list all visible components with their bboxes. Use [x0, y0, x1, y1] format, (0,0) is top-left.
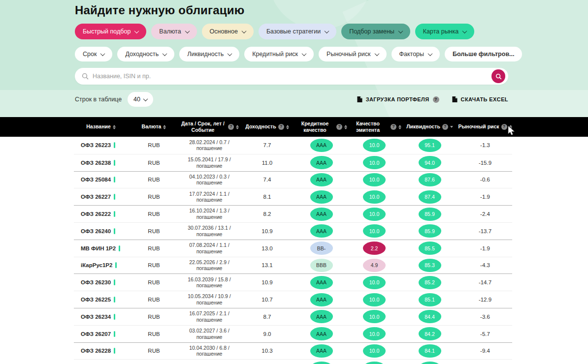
help-icon[interactable]: ? [442, 124, 448, 130]
table-row[interactable]: ОФЗ 26240RUB30.07.2036 / 13.1 /погашение… [74, 222, 512, 240]
event-line: погашение [196, 351, 223, 357]
search-submit-button[interactable] [491, 69, 505, 83]
bond-name: ОФЗ 26223 [81, 142, 111, 148]
bond-name-cell[interactable]: ОФЗ 26228 [74, 348, 128, 354]
rating-pill: AAA [310, 293, 333, 306]
bond-name-cell[interactable]: iКарРус1Р2 [74, 262, 128, 268]
table-row-partial[interactable]: 17.09.2031 / 8.2 / [74, 359, 512, 364]
bond-name-cell[interactable]: ОФЗ 26230 [74, 279, 128, 285]
help-icon[interactable]: ? [391, 124, 396, 130]
filter-срок[interactable]: Срок [75, 47, 112, 61]
bond-name: ОФЗ 26240 [81, 228, 111, 234]
date-term-line: 17.07.2024 / 1.1 / [189, 191, 229, 197]
rating-pill: 10.0 [363, 344, 386, 358]
table-row[interactable]: ОФЗ 26207RUB03.02.2027 / 3.6 /погашение9… [74, 325, 512, 342]
market-risk-cell: -9.4 [458, 348, 512, 354]
currency-cell: RUB [128, 314, 180, 320]
event-line: погашение [196, 248, 223, 255]
column-header-дата-срок-лет-событие[interactable]: Дата / Срок, лет / Событие? [180, 121, 239, 133]
help-icon[interactable]: ? [501, 124, 507, 130]
column-header-название[interactable]: Название [74, 123, 128, 130]
rows-per-page-select[interactable]: 40 [128, 92, 153, 107]
chevron-down-icon [428, 51, 433, 56]
rating-pill: 4.9 [363, 259, 386, 272]
help-icon[interactable]: ? [433, 96, 439, 103]
bond-name-cell[interactable]: ОФЗ 26240 [74, 228, 128, 234]
upload-portfolio-button[interactable]: ЗАГРУЗКА ПОРТФЕЛЯ ? [357, 96, 439, 103]
date-term-event-cell: 16.03.2039 / 15.8 /погашение [180, 276, 239, 289]
filter-базовые-стратегии[interactable]: Базовые стратегии [259, 24, 336, 39]
column-header-кредитное-качество[interactable]: Кредитное качество? [295, 121, 347, 133]
bond-name-cell[interactable]: ОФЗ 26223 [74, 142, 128, 148]
filter-кредитный-риск[interactable]: Кредитный риск [244, 47, 314, 61]
bond-name-cell[interactable]: ОФЗ 26238 [74, 160, 128, 166]
column-header-label: Ликвидность [406, 123, 440, 130]
rating-pill: 84.2 [419, 327, 441, 340]
filter-валюта[interactable]: Валюта [151, 24, 196, 39]
rating-pill: 10.0 [363, 208, 386, 221]
sort-icon[interactable] [163, 125, 166, 129]
download-excel-button[interactable]: СКАЧАТЬ EXCEL [452, 96, 508, 103]
column-header-ликвидность[interactable]: Ликвидность? [401, 123, 458, 130]
table-controls: Строк в таблице 40 ЗАГРУЗКА ПОРТФЕЛЯ ? С… [75, 92, 508, 107]
column-header-качество-эмитента[interactable]: Качество эмитента? [347, 121, 401, 133]
column-header-label: Доходность [245, 123, 276, 130]
bond-name: iКарРус1Р2 [81, 262, 112, 268]
filter-факторы[interactable]: Факторы [392, 47, 440, 61]
bond-name-cell[interactable]: ОФЗ 26227 [74, 194, 128, 200]
sort-icon[interactable] [286, 125, 289, 129]
bond-name-cell[interactable]: МВ ФИН 1Р2 [74, 245, 128, 251]
filter-рыночный-риск[interactable]: Рыночный риск [319, 47, 386, 61]
search-input[interactable] [93, 73, 491, 80]
column-header-рыночный-риск[interactable]: Рыночный риск? [458, 123, 512, 130]
market-risk-cell: -2.4 [458, 211, 512, 217]
liquidity-cell: 85.9 [401, 208, 458, 221]
filter-доходность[interactable]: Доходность [117, 47, 174, 61]
filter-карта-рынка[interactable]: Карта рынка [415, 24, 474, 39]
filter-label: Доходность [125, 51, 159, 58]
sort-icon[interactable] [113, 125, 116, 129]
bond-name-cell[interactable]: ОФЗ 26234 [74, 314, 128, 320]
sort-desc-icon [450, 126, 453, 128]
table-row[interactable]: ОФЗ 26238RUB15.05.2041 / 17.9 /погашение… [74, 154, 512, 171]
rating-pill: AAA [310, 173, 333, 186]
filter-label: Базовые стратегии [266, 28, 321, 35]
filter-основное[interactable]: Основное [202, 24, 254, 39]
liquidity-cell: 95.1 [401, 139, 458, 152]
column-header-валюта[interactable]: Валюта [128, 123, 180, 130]
emitter-quality-cell: 10.0 [347, 208, 401, 221]
help-icon[interactable]: ? [228, 124, 234, 130]
help-icon[interactable]: ? [336, 124, 342, 130]
emitter-quality-cell: 2.2 [347, 242, 401, 255]
table-row[interactable]: ОФЗ 25084RUB04.10.2023 / 0.3 /погашение7… [74, 171, 512, 188]
rating-pill: 10.0 [363, 224, 386, 238]
market-risk-cell: -15.9 [458, 160, 512, 166]
bond-name-cell[interactable]: ОФЗ 26222 [74, 211, 128, 217]
filter-быстрый-подбор[interactable]: Быстрый подбор [75, 24, 146, 39]
bond-name: МВ ФИН 1Р2 [81, 245, 116, 251]
date-term-line: 16.03.2039 / 15.8 / [188, 276, 231, 283]
filter-ликвидность[interactable]: Ликвидность [179, 47, 239, 61]
filter-больше-фильтров[interactable]: Больше фильтров... [445, 47, 522, 61]
sort-icon[interactable] [450, 126, 453, 128]
table-row[interactable]: МВ ФИН 1Р2RUB07.08.2024 / 1.1 /погашение… [74, 240, 512, 257]
date-term-event-cell: 10.04.2030 / 6.8 /погашение [180, 345, 239, 357]
table-row[interactable]: ОФЗ 26222RUB16.10.2024 / 1.3 /погашение8… [74, 205, 512, 222]
table-row[interactable]: ОФЗ 26234RUB16.07.2025 / 2.1 /погашение8… [74, 308, 512, 325]
credit-quality-cell: AAA [295, 224, 347, 238]
chevron-down-icon [228, 51, 232, 56]
table-row[interactable]: ОФЗ 26230RUB16.03.2039 / 15.8 /погашение… [74, 273, 512, 291]
date-term-line: 04.10.2023 / 0.3 / [189, 174, 229, 180]
bond-name-cell[interactable]: ОФЗ 25084 [74, 177, 128, 182]
help-icon[interactable]: ? [278, 124, 284, 130]
filter-подбор-замены[interactable]: Подбор замены [341, 24, 410, 39]
yield-cell: 7.7 [239, 142, 295, 148]
table-row[interactable]: ОФЗ 26225RUB10.05.2034 / 10.9 /погашение… [74, 291, 512, 308]
table-row[interactable]: ОФЗ 26223RUB28.02.2024 / 0.7 /погашение7… [74, 137, 512, 154]
table-row[interactable]: ОФЗ 26228RUB10.04.2030 / 6.8 /погашение1… [74, 342, 512, 360]
table-row[interactable]: iКарРус1Р2RUB22.05.2026 / 2.9 /погашение… [74, 257, 512, 274]
column-header-доходность[interactable]: Доходность? [239, 123, 295, 130]
bond-name-cell[interactable]: ОФЗ 26225 [74, 297, 128, 303]
bond-name-cell[interactable]: ОФЗ 26207 [74, 331, 128, 337]
table-row[interactable]: ОФЗ 26227RUB17.07.2024 / 1.1 /погашение8… [74, 188, 512, 205]
